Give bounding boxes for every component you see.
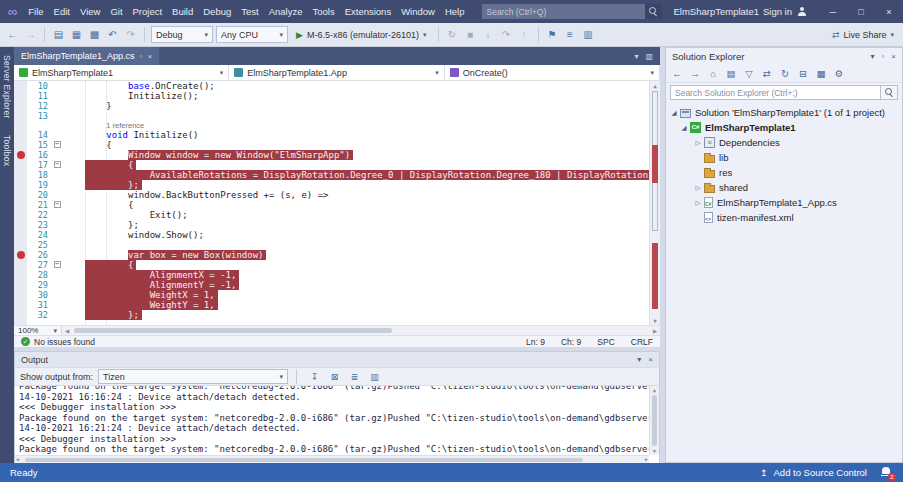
output-log[interactable]: Package found on the target system: "net… xyxy=(15,386,659,463)
solution-explorer-search-input[interactable] xyxy=(670,85,881,100)
breakpoint-margin[interactable] xyxy=(14,140,27,150)
document-list-icon[interactable]: ▾ xyxy=(634,52,638,61)
tree-item-elmsharptemplate1-app-cs[interactable]: ▷ElmSharpTemplate1_App.cs xyxy=(666,195,902,210)
menu-item-debug[interactable]: Debug xyxy=(198,6,236,17)
code-line[interactable]: 28AlignmentX = -1, xyxy=(14,270,660,280)
code-line[interactable]: 30WeightX = 1, xyxy=(14,290,660,300)
menu-item-view[interactable]: View xyxy=(75,6,105,17)
tree-item-dependencies[interactable]: ▷Dependencies xyxy=(666,135,902,150)
breakpoint-margin[interactable] xyxy=(14,230,27,240)
code-line[interactable]: 19}; xyxy=(14,180,660,190)
scroll-left-icon[interactable]: ◀ xyxy=(62,328,72,334)
spaces-indicator[interactable]: SPC xyxy=(597,337,614,347)
window-options-icon[interactable]: ▥ xyxy=(645,52,653,61)
minimize-button[interactable]: ─ xyxy=(819,0,847,23)
breakpoint-margin[interactable] xyxy=(14,280,27,290)
breakpoint-margin[interactable] xyxy=(14,160,27,170)
save-all-icon[interactable]: ▩ xyxy=(87,29,102,40)
breakpoint-margin[interactable] xyxy=(14,180,27,190)
scroll-down-icon[interactable]: ▼ xyxy=(650,317,660,324)
menu-item-help[interactable]: Help xyxy=(440,6,470,17)
menu-item-edit[interactable]: Edit xyxy=(49,6,75,17)
quick-search[interactable] xyxy=(482,4,662,19)
search-icon[interactable] xyxy=(645,4,662,19)
close-icon[interactable]: × xyxy=(147,52,152,61)
breakpoint-margin[interactable] xyxy=(14,130,27,140)
fold-toggle-icon[interactable]: − xyxy=(51,260,63,270)
breakpoint-margin[interactable] xyxy=(14,190,27,200)
tool-tab-server-explorer[interactable]: Server Explorer xyxy=(2,55,12,119)
navigate-back-icon[interactable]: ← xyxy=(5,29,20,40)
quick-search-input[interactable] xyxy=(482,4,645,19)
code-line[interactable]: 26var box = new Box(window) xyxy=(14,250,660,260)
layout-icon[interactable]: ▥ xyxy=(368,372,381,382)
stop-icon[interactable]: ■ xyxy=(463,29,478,40)
code-line[interactable]: 15−{ xyxy=(14,140,660,150)
tree-item-lib[interactable]: lib xyxy=(666,150,902,165)
menu-item-window[interactable]: Window xyxy=(396,6,440,17)
breakpoint-margin[interactable] xyxy=(14,121,27,130)
breakpoint-margin[interactable] xyxy=(14,240,27,250)
solution-configuration-dropdown[interactable]: Debug ▾ xyxy=(151,26,213,43)
codelens-row[interactable]: 1 reference xyxy=(14,121,660,130)
code-line[interactable]: 23}; xyxy=(14,220,660,230)
solution-platform-dropdown[interactable]: Any CPU ▾ xyxy=(216,26,288,43)
tree-item-shared[interactable]: ▷shared xyxy=(666,180,902,195)
tab-elmsharptemplate1-app-cs[interactable]: ElmSharpTemplate1_App.cs ▫ × xyxy=(14,47,159,65)
tree-collapsed-icon[interactable]: ▷ xyxy=(693,199,703,207)
goto-message-icon[interactable]: ↧ xyxy=(308,372,321,382)
breakpoint-margin[interactable] xyxy=(14,111,27,121)
scrollbar-thumb[interactable] xyxy=(25,458,583,462)
tree-item-tizen-manifest-xml[interactable]: tizen-manifest.xml xyxy=(666,210,902,225)
menu-item-git[interactable]: Git xyxy=(105,6,127,17)
show-all-files-icon[interactable]: ▦ xyxy=(814,68,828,79)
code-line[interactable]: 27−{ xyxy=(14,260,660,270)
window-layout-icon[interactable]: ▥ xyxy=(581,29,596,40)
breakpoint-margin[interactable] xyxy=(14,101,27,111)
code-line[interactable]: 24window.Show(); xyxy=(14,230,660,240)
visual-studio-logo-icon[interactable]: ∞ xyxy=(8,4,17,19)
scroll-right-icon[interactable]: ▶ xyxy=(645,456,648,462)
scroll-up-icon[interactable]: ▲ xyxy=(650,387,659,393)
breakpoint-margin[interactable] xyxy=(14,270,27,280)
output-horizontal-scrollbar[interactable]: ◀ ▶ xyxy=(15,455,649,463)
code-line[interactable]: 16Window window = new Window("ElmSharpAp… xyxy=(14,150,660,160)
code-editor[interactable]: 10base.OnCreate();11Initialize();12}131 … xyxy=(14,81,660,325)
start-debugging-button[interactable]: ▶ M-6.5-x86 (emulator-26101) ▾ xyxy=(291,26,432,44)
code-line[interactable]: 17−{ xyxy=(14,160,660,170)
menu-item-project[interactable]: Project xyxy=(128,6,168,17)
bookmark-icon[interactable]: ⚑ xyxy=(545,29,560,40)
tree-collapsed-icon[interactable]: ▷ xyxy=(693,184,703,192)
restart-icon[interactable]: ↻ xyxy=(445,29,460,40)
scroll-down-icon[interactable]: ▼ xyxy=(650,448,659,454)
scrollbar-thumb[interactable] xyxy=(652,395,657,446)
add-to-source-control-button[interactable]: Add to Source Control xyxy=(774,467,867,478)
properties-icon[interactable]: ⚙ xyxy=(832,68,846,79)
pin-icon[interactable]: ▫ xyxy=(140,52,143,61)
breakpoint-indicator[interactable] xyxy=(14,150,27,160)
task-list-icon[interactable]: ≡ xyxy=(563,29,578,40)
undo-icon[interactable]: ↶ xyxy=(105,29,120,40)
issues-label[interactable]: No issues found xyxy=(34,337,95,347)
home-icon[interactable]: ⌂ xyxy=(706,68,720,79)
refresh-icon[interactable]: ↻ xyxy=(778,68,792,79)
live-share-button[interactable]: ⇄ Live Share ▾ xyxy=(832,30,898,40)
tool-tab-toolbox[interactable]: Toolbox xyxy=(2,135,12,166)
menu-item-file[interactable]: File xyxy=(23,6,48,17)
line-ending-indicator[interactable]: CRLF xyxy=(631,337,653,347)
pin-icon[interactable]: ▫ xyxy=(881,52,884,61)
member-dropdown[interactable]: OnCreate() ▾ xyxy=(445,65,660,80)
clear-all-icon[interactable]: ⊠ xyxy=(328,372,341,382)
redo-icon[interactable]: ↷ xyxy=(123,29,138,40)
save-icon[interactable]: ▦ xyxy=(69,29,84,40)
forward-icon[interactable]: → xyxy=(688,68,702,79)
scrollbar-thumb[interactable] xyxy=(74,328,392,333)
step-over-icon[interactable]: ↷ xyxy=(499,29,514,40)
menu-item-tools[interactable]: Tools xyxy=(307,6,339,17)
menu-item-test[interactable]: Test xyxy=(236,6,263,17)
fold-toggle-icon[interactable]: − xyxy=(51,160,63,170)
scroll-right-icon[interactable]: ▶ xyxy=(650,328,660,334)
breakpoint-margin[interactable] xyxy=(14,310,27,320)
code-line[interactable]: 12} xyxy=(14,101,660,111)
breakpoint-margin[interactable] xyxy=(14,290,27,300)
